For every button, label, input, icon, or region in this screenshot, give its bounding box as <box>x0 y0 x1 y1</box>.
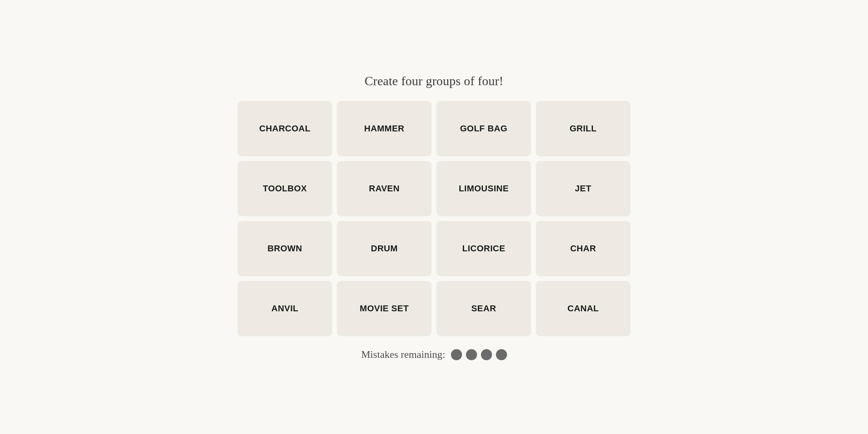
tile-char[interactable]: CHAR <box>536 221 630 276</box>
page-subtitle: Create four groups of four! <box>365 74 503 88</box>
tile-label-canal: CANAL <box>563 303 604 314</box>
tile-label-sear: SEAR <box>466 303 501 314</box>
tile-charcoal[interactable]: CHARCOAL <box>238 101 332 156</box>
tile-anvil[interactable]: ANVIL <box>238 281 332 336</box>
tile-label-golf-bag: GOLF BAG <box>455 123 512 134</box>
mistake-dot-1 <box>451 349 462 360</box>
mistake-dot-2 <box>466 349 477 360</box>
tile-canal[interactable]: CANAL <box>536 281 630 336</box>
tile-limousine[interactable]: LIMOUSINE <box>436 161 531 216</box>
tile-movie-set[interactable]: MOVIE SET <box>337 281 432 336</box>
mistakes-row: Mistakes remaining: <box>361 349 507 361</box>
tile-label-toolbox: TOOLBOX <box>258 183 312 194</box>
tile-brown[interactable]: BROWN <box>238 221 332 276</box>
page-wrapper: Create four groups of four! CHARCOALHAMM… <box>0 74 868 361</box>
tile-label-brown: BROWN <box>263 243 307 254</box>
tile-golf-bag[interactable]: GOLF BAG <box>436 101 531 156</box>
tile-toolbox[interactable]: TOOLBOX <box>238 161 332 216</box>
tile-label-charcoal: CHARCOAL <box>254 123 315 134</box>
tile-licorice[interactable]: LICORICE <box>436 221 531 276</box>
tile-hammer[interactable]: HAMMER <box>337 101 432 156</box>
tile-grill[interactable]: GRILL <box>536 101 630 156</box>
mistake-dot-3 <box>481 349 492 360</box>
tile-label-limousine: LIMOUSINE <box>454 183 514 194</box>
tile-label-movie-set: MOVIE SET <box>355 303 413 314</box>
tile-label-jet: JET <box>570 183 596 194</box>
tile-label-grill: GRILL <box>565 123 602 134</box>
tile-sear[interactable]: SEAR <box>436 281 531 336</box>
tile-label-licorice: LICORICE <box>457 243 510 254</box>
tile-label-hammer: HAMMER <box>359 123 409 134</box>
tile-raven[interactable]: RAVEN <box>337 161 432 216</box>
mistakes-label: Mistakes remaining: <box>361 349 445 361</box>
tile-drum[interactable]: DRUM <box>337 221 432 276</box>
tile-label-anvil: ANVIL <box>267 303 303 314</box>
mistakes-dots <box>451 349 507 360</box>
tile-label-raven: RAVEN <box>364 183 404 194</box>
tile-grid: CHARCOALHAMMERGOLF BAGGRILLTOOLBOXRAVENL… <box>238 101 630 336</box>
mistake-dot-4 <box>496 349 507 360</box>
tile-label-char: CHAR <box>565 243 601 254</box>
tile-jet[interactable]: JET <box>536 161 630 216</box>
tile-label-drum: DRUM <box>366 243 402 254</box>
